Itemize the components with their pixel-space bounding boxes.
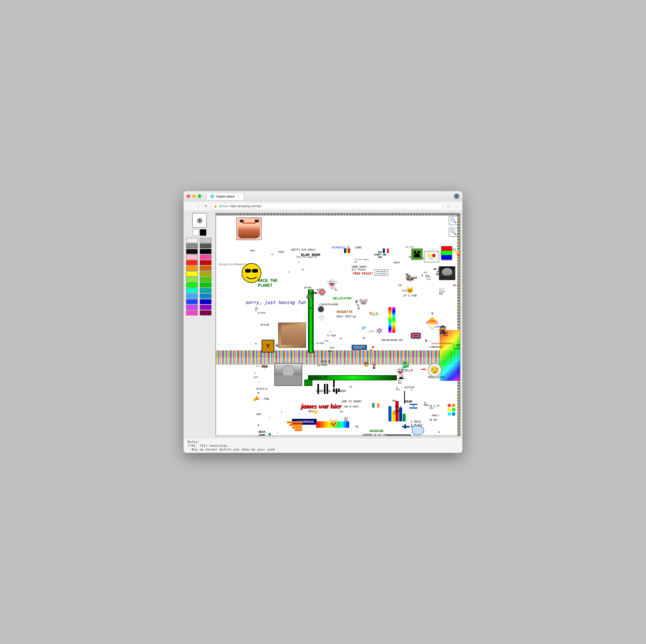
oppai2-text: M M bbox=[312, 292, 316, 294]
color-swatch-16[interactable] bbox=[186, 283, 198, 288]
scatter-text-24: GRADEDill bbox=[394, 410, 400, 415]
color-swatch-9[interactable] bbox=[200, 260, 211, 265]
jelly-text: 3uJelly bbox=[256, 387, 268, 391]
top-noise bbox=[216, 213, 460, 216]
pipe-head bbox=[304, 380, 312, 386]
color-swatch-1[interactable] bbox=[200, 238, 211, 243]
svg-rect-23 bbox=[418, 251, 420, 253]
romania-flag bbox=[344, 248, 350, 253]
color-swatch-27[interactable] bbox=[200, 310, 211, 315]
color-swatch-10[interactable] bbox=[186, 266, 198, 271]
more-button[interactable]: ⋮ bbox=[453, 203, 459, 209]
color-swatch-23[interactable] bbox=[200, 299, 211, 304]
color-swatch-3[interactable] bbox=[200, 243, 211, 248]
canvas-content: UnregisteredHyperCam2 HACK T bbox=[216, 213, 460, 436]
pikachu-2-icon: ⚡ bbox=[353, 314, 356, 320]
cunt-bag-text: CUNT BAG bbox=[368, 330, 380, 333]
reload-button[interactable]: ↻ bbox=[203, 203, 209, 209]
rule1-text: swastikas bbox=[209, 444, 227, 447]
color-swatch-2[interactable] bbox=[186, 243, 198, 248]
color-swatch-18[interactable] bbox=[186, 288, 198, 293]
color-swatch-26[interactable] bbox=[186, 310, 198, 315]
color-swatch-11[interactable] bbox=[200, 266, 211, 271]
scatter-text-56: dnan bbox=[330, 347, 334, 349]
baguette-text: BAGUETTE bbox=[337, 310, 353, 314]
rules-label: Rules: bbox=[188, 440, 200, 444]
color-swatch-20[interactable] bbox=[186, 294, 198, 299]
troll-face-icon: 😏 bbox=[428, 363, 442, 377]
nav-bar: ‹ › ↻ 🔒 Secure https://josephg.com/sp/ ☆… bbox=[184, 201, 462, 211]
scatter-text-21: MM bbox=[401, 369, 404, 371]
penguin-icon: 🐧 bbox=[313, 435, 322, 436]
color-swatch-0[interactable] bbox=[186, 238, 198, 243]
svg-point-18 bbox=[321, 291, 323, 293]
scatter-text-52: yr2 bbox=[256, 365, 259, 367]
bombs-text: 3 BOMBS bbox=[453, 344, 460, 347]
minimize-button[interactable] bbox=[192, 195, 196, 198]
bookmark-button[interactable]: ☆ bbox=[445, 203, 451, 209]
color-swatch-22[interactable] bbox=[186, 299, 198, 304]
scatter-text-62: TiP bbox=[301, 269, 304, 271]
lmao-text: LMAO bbox=[355, 246, 362, 249]
tiny-text-5: it'snice bbox=[426, 277, 431, 281]
color-swatch-21[interactable] bbox=[200, 294, 211, 299]
color-swatch-14[interactable] bbox=[186, 277, 198, 282]
scatter-text-23: BWG ▼ bbox=[395, 406, 401, 408]
hearts-decor: ♥♥♥ bbox=[421, 368, 426, 371]
scatter-text-49: ● bbox=[258, 392, 259, 394]
scatter-text-53: XD bbox=[362, 337, 365, 339]
scatter-text-18: HI In FPBII bbox=[430, 405, 440, 410]
cross-icon: ✖ bbox=[373, 365, 375, 370]
diagonal-arrow: ⟋ bbox=[266, 352, 270, 356]
color-swatch-5[interactable] bbox=[200, 249, 211, 254]
forward-button[interactable]: › bbox=[195, 203, 201, 209]
color-swatch-7[interactable] bbox=[200, 254, 211, 259]
send-shoes-text: SEND SHOESpls Thank bbox=[352, 265, 367, 271]
color-swatch-13[interactable] bbox=[200, 271, 211, 277]
scatter-text-35: SKIPSKIP bbox=[443, 332, 448, 337]
tab-bar: 🌐 Sephs place ✕ bbox=[206, 193, 244, 200]
color-swatch-15[interactable] bbox=[200, 277, 211, 282]
scatter-text-38: ho/W/m bbox=[258, 312, 265, 314]
scatter-text-44: BODY bbox=[256, 413, 261, 416]
color-swatch-17[interactable] bbox=[200, 283, 211, 288]
back-button[interactable]: ‹ bbox=[187, 203, 193, 209]
scatter-text-20: □ bbox=[411, 389, 412, 391]
tab-favicon: 🌐 bbox=[210, 195, 214, 198]
tab-close-button[interactable]: ✕ bbox=[236, 195, 240, 198]
bw-photo bbox=[274, 363, 302, 386]
crosshair-tool[interactable]: ⊕ bbox=[192, 213, 207, 228]
color-swatch-4[interactable] bbox=[186, 249, 198, 254]
address-bar[interactable]: 🔒 Secure https://josephg.com/sp/ bbox=[211, 203, 443, 209]
ynot-box: Y bbox=[262, 340, 274, 352]
scatter-text-50: ● bbox=[258, 424, 259, 426]
color-swatch-25[interactable] bbox=[200, 305, 211, 310]
dragon-icon: 🐉 bbox=[401, 360, 410, 369]
fun-text: FUN bbox=[264, 397, 269, 401]
scatter-text-43: HH/m/BB bbox=[260, 324, 269, 326]
right-noise bbox=[457, 213, 460, 436]
profile-icon[interactable]: 👤 bbox=[454, 194, 459, 199]
color-swatch-24[interactable] bbox=[186, 305, 198, 310]
rule2-text: Buy me dinner before you show me your ju… bbox=[192, 447, 275, 451]
scatter-text-6: Fun bbox=[325, 340, 329, 342]
svg-rect-27 bbox=[415, 253, 419, 257]
color-swatch-8[interactable] bbox=[186, 260, 198, 265]
color-swatch-19[interactable] bbox=[200, 288, 211, 293]
scatter-text-5: is Ego bbox=[327, 334, 336, 337]
browser-tab[interactable]: 🌐 Sephs place ✕ bbox=[206, 193, 244, 200]
nyan-cat-icon: 🐱 bbox=[329, 419, 338, 428]
white-swatch[interactable] bbox=[193, 229, 199, 236]
svg-rect-4 bbox=[252, 269, 258, 273]
scatter-text-13: GOD IS DEAD? bbox=[344, 406, 359, 408]
maximize-button[interactable] bbox=[198, 195, 201, 198]
scatter-text-7: LERTS GD bbox=[321, 360, 331, 363]
close-button[interactable] bbox=[187, 195, 190, 198]
scatter-text-22: RNG bbox=[393, 400, 396, 402]
color-swatch-6[interactable] bbox=[186, 254, 198, 259]
black-swatch[interactable] bbox=[200, 229, 206, 236]
scatter-text-61: TiP bbox=[271, 253, 274, 255]
main-canvas[interactable]: 🔍 🔍 bbox=[216, 213, 460, 436]
makers-text: MAKERS bbox=[371, 314, 379, 316]
color-swatch-12[interactable] bbox=[186, 271, 198, 277]
